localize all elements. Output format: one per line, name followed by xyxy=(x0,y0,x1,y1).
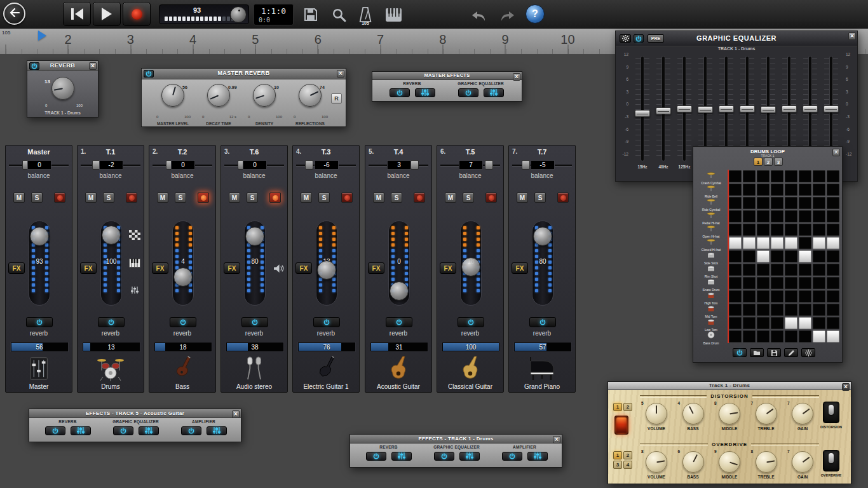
step-cell[interactable] xyxy=(827,224,839,236)
fx-power-button[interactable] xyxy=(366,452,386,461)
step-cell[interactable] xyxy=(827,264,839,276)
step-cell[interactable] xyxy=(799,290,811,302)
step-cell[interactable] xyxy=(729,264,742,276)
step-cell[interactable] xyxy=(729,317,742,329)
fx-button[interactable]: FX xyxy=(295,262,312,274)
record-arm-button[interactable] xyxy=(126,193,137,203)
step-cell[interactable] xyxy=(813,330,825,342)
close-icon[interactable] xyxy=(848,32,856,40)
amp-knob-treble[interactable] xyxy=(756,451,777,473)
step-cell[interactable] xyxy=(771,304,783,316)
volume-fader[interactable]: 4 xyxy=(172,220,194,306)
balance-handle[interactable] xyxy=(485,160,493,170)
volume-fader[interactable]: 18 xyxy=(460,220,482,306)
eq-slider-handle[interactable] xyxy=(782,105,797,112)
fx-edit-button[interactable] xyxy=(459,452,480,461)
mute-button[interactable]: M xyxy=(373,193,384,203)
eq-slider-handle[interactable] xyxy=(698,106,713,113)
step-cell[interactable] xyxy=(771,277,783,289)
overdrive-toggle-switch[interactable] xyxy=(823,450,839,471)
fx-button[interactable]: FX xyxy=(368,262,384,274)
amp-knob-treble[interactable] xyxy=(756,403,777,424)
power-button[interactable] xyxy=(733,348,747,357)
window-titlebar[interactable]: MASTER EFFECTS xyxy=(372,72,522,80)
window-titlebar[interactable]: PRE GRAPHIC EQUALIZER xyxy=(616,31,857,46)
step-cell[interactable] xyxy=(813,250,825,262)
fader-handle[interactable] xyxy=(390,281,409,301)
step-cell[interactable] xyxy=(743,224,756,236)
fx-edit-button[interactable] xyxy=(71,426,91,435)
balance-handle[interactable] xyxy=(305,160,313,170)
playhead-marker[interactable] xyxy=(38,30,46,41)
amp-knob-bass[interactable] xyxy=(682,403,704,424)
step-cell[interactable] xyxy=(813,184,825,196)
record-arm-button[interactable] xyxy=(341,193,353,203)
step-cell[interactable] xyxy=(813,317,825,329)
fx-button[interactable]: FX xyxy=(440,262,456,274)
volume-fader[interactable]: 0 xyxy=(388,220,410,306)
step-cell[interactable] xyxy=(785,277,797,289)
reverb-power-button[interactable] xyxy=(26,317,53,327)
step-cell[interactable] xyxy=(729,250,742,262)
mute-button[interactable]: M xyxy=(157,193,168,203)
reverb-power-button[interactable] xyxy=(98,317,125,327)
step-cell[interactable] xyxy=(743,277,756,289)
step-cell[interactable] xyxy=(785,210,797,222)
step-cell[interactable] xyxy=(785,197,797,209)
step-cell[interactable] xyxy=(813,237,825,249)
volume-fader[interactable]: 13 xyxy=(316,220,337,306)
step-cell[interactable] xyxy=(743,330,756,342)
solo-button[interactable]: S xyxy=(31,193,43,203)
step-cell[interactable] xyxy=(813,264,825,276)
fader-handle[interactable] xyxy=(30,227,49,246)
close-icon[interactable] xyxy=(553,436,560,444)
step-cell[interactable] xyxy=(757,170,770,182)
step-cell[interactable] xyxy=(813,290,825,302)
solo-button[interactable]: S xyxy=(391,193,402,203)
step-cell[interactable] xyxy=(729,304,742,316)
step-cell[interactable] xyxy=(757,224,770,236)
reverb-amount-bar[interactable]: 100 xyxy=(442,342,500,352)
amp-knob-bass[interactable] xyxy=(682,451,704,473)
step-cell[interactable] xyxy=(771,330,783,342)
sliders-icon[interactable] xyxy=(127,283,142,297)
fx-edit-button[interactable] xyxy=(484,88,504,97)
reverb-amount-bar[interactable]: 76 xyxy=(297,342,356,352)
step-cell[interactable] xyxy=(827,184,839,196)
step-cell[interactable] xyxy=(743,197,756,209)
solo-button[interactable]: S xyxy=(318,193,330,203)
volume-fader[interactable]: 100 xyxy=(100,220,122,306)
step-cell[interactable] xyxy=(771,170,783,182)
fx-edit-button[interactable] xyxy=(391,452,412,461)
amp-knob-gain[interactable] xyxy=(792,403,813,424)
pattern-icon[interactable] xyxy=(127,228,142,242)
step-cell[interactable] xyxy=(799,250,811,262)
fx-button[interactable]: FX xyxy=(80,262,97,274)
step-cell[interactable] xyxy=(743,210,756,222)
step-cell[interactable] xyxy=(827,330,839,342)
step-cell[interactable] xyxy=(799,184,811,196)
eq-band-slider[interactable] xyxy=(633,55,652,162)
knob[interactable] xyxy=(299,84,322,107)
fx-edit-button[interactable] xyxy=(139,426,159,435)
back-button[interactable] xyxy=(3,3,25,25)
fx-power-button[interactable] xyxy=(458,88,478,97)
fx-power-button[interactable] xyxy=(502,452,522,461)
amp-knob-gain[interactable] xyxy=(792,451,813,473)
reverb-amount-bar[interactable]: 56 xyxy=(10,342,69,352)
record-arm-button[interactable] xyxy=(198,193,209,203)
step-cell[interactable] xyxy=(799,304,811,316)
step-cell[interactable] xyxy=(757,264,770,276)
fx-power-button[interactable] xyxy=(45,426,65,435)
step-cell[interactable] xyxy=(757,317,770,329)
window-titlebar[interactable]: Track 1 - Drums xyxy=(608,382,851,390)
skip-start-button[interactable] xyxy=(63,2,91,26)
step-cell[interactable] xyxy=(771,250,783,262)
reverb-power-button[interactable] xyxy=(458,317,484,327)
power-button[interactable] xyxy=(144,70,154,78)
step-cell[interactable] xyxy=(757,250,770,262)
keys-button[interactable] xyxy=(383,4,404,25)
master-level-knob[interactable] xyxy=(230,6,247,23)
step-cell[interactable] xyxy=(827,170,839,182)
step-cell[interactable] xyxy=(827,304,839,316)
